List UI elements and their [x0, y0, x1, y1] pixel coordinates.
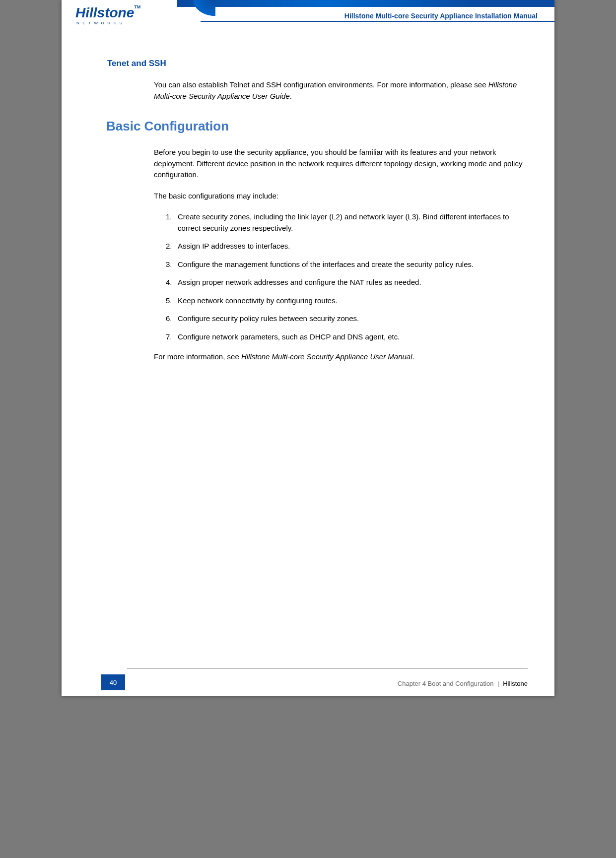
- page-header: Hillstone Multi-core Security Appliance …: [62, 0, 554, 29]
- footer-divider: [127, 668, 528, 669]
- separator: |: [497, 680, 499, 687]
- item-text: Create security zones, including the lin…: [178, 212, 509, 232]
- item-text: Keep network connectivity by configuring…: [178, 296, 338, 305]
- basic-config-lead: The basic configurations may include:: [154, 191, 526, 202]
- reference-title: Hillstone Multi-core Security Appliance …: [241, 352, 412, 361]
- footer-brand: Hillstone: [503, 680, 528, 687]
- list-item: 6.Configure security policy rules betwee…: [166, 313, 526, 325]
- page-content: Tenet and SSH You can also establish Tel…: [62, 29, 554, 363]
- list-item: 2.Assign IP addresses to interfaces.: [166, 241, 526, 252]
- text: For more information, see: [154, 352, 241, 361]
- logo-main-text: Hillstone: [75, 5, 134, 20]
- tenet-ssh-paragraph: You can also establish Telnet and SSH co…: [154, 79, 526, 102]
- header-decoration-strip: [177, 0, 554, 7]
- section-heading-tenet-ssh: Tenet and SSH: [107, 59, 526, 68]
- item-number: 4.: [166, 277, 172, 288]
- logo-subtext: NETWORKS: [76, 21, 125, 25]
- page-number: 40: [110, 679, 117, 686]
- item-text: Configure the management functions of th…: [178, 260, 474, 268]
- page-number-box: 40: [101, 674, 125, 690]
- item-text: Assign proper network addresses and conf…: [178, 278, 421, 286]
- basic-config-outro: For more information, see Hillstone Mult…: [154, 351, 526, 363]
- text: .: [290, 92, 292, 100]
- list-item: 3.Configure the management functions of …: [166, 259, 526, 270]
- basic-config-intro: Before you begin to use the security app…: [154, 147, 526, 181]
- list-item: 4.Assign proper network addresses and co…: [166, 277, 526, 288]
- item-number: 7.: [166, 331, 172, 343]
- item-number: 3.: [166, 259, 172, 270]
- footer-chapter-label: Chapter 4 Boot and Configuration | Hills…: [398, 680, 528, 687]
- text: You can also establish Telnet and SSH co…: [154, 80, 488, 89]
- list-item: 7.Configure network parameters, such as …: [166, 331, 526, 343]
- item-number: 1.: [166, 211, 172, 223]
- list-item: 1.Create security zones, including the l…: [166, 211, 526, 234]
- text: .: [412, 352, 414, 361]
- item-number: 5.: [166, 295, 172, 307]
- item-text: Configure network parameters, such as DH…: [178, 332, 400, 341]
- item-number: 2.: [166, 241, 172, 252]
- header-title-bar: Hillstone Multi-core Security Appliance …: [201, 7, 554, 22]
- document-page: Hillstone Multi-core Security Appliance …: [62, 0, 554, 696]
- logo-text: HillstoneTM: [75, 6, 140, 20]
- item-text: Configure security policy rules between …: [178, 314, 359, 323]
- basic-config-list: 1.Create security zones, including the l…: [166, 211, 526, 342]
- item-number: 6.: [166, 313, 172, 325]
- hillstone-logo: HillstoneTM NETWORKS: [75, 6, 160, 26]
- document-title: Hillstone Multi-core Security Appliance …: [344, 12, 538, 20]
- section-heading-basic-configuration: Basic Configuration: [106, 119, 526, 134]
- chapter-text: Chapter 4 Boot and Configuration: [398, 680, 494, 687]
- logo-trademark: TM: [134, 4, 140, 9]
- item-text: Assign IP addresses to interfaces.: [178, 242, 290, 250]
- list-item: 5.Keep network connectivity by configuri…: [166, 295, 526, 307]
